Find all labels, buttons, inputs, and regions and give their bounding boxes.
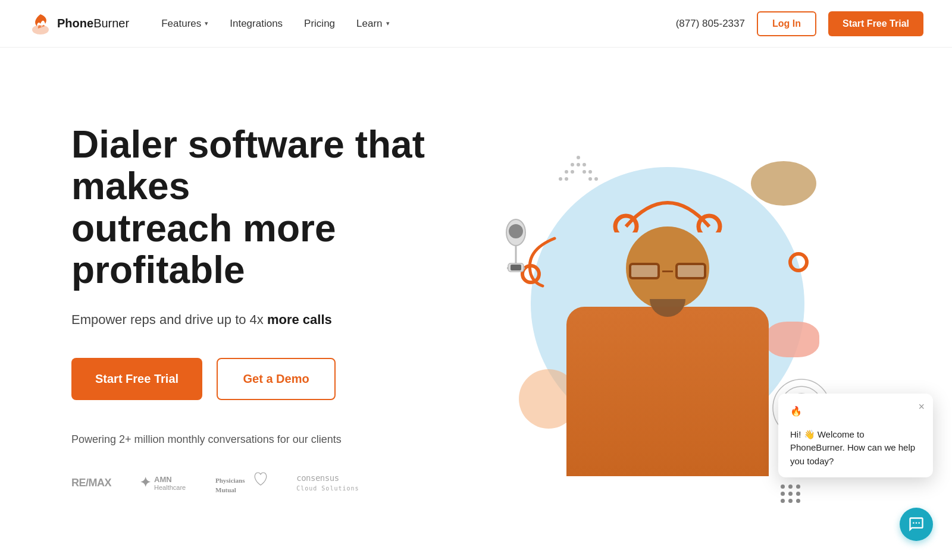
client-consensus: consensus Cloud Solutions xyxy=(296,473,359,492)
login-button[interactable]: Log In xyxy=(757,11,816,36)
svg-point-8 xyxy=(588,170,592,174)
hero-person xyxy=(560,215,775,476)
hero-buttons: Start Free Trial Get a Demo xyxy=(71,358,440,400)
grid-dot xyxy=(788,485,793,489)
svg-point-16 xyxy=(790,254,807,270)
chat-close-button[interactable]: × xyxy=(918,401,925,413)
svg-text:Physicians: Physicians xyxy=(215,477,245,484)
svg-point-23 xyxy=(509,224,523,238)
hero-demo-button[interactable]: Get a Demo xyxy=(217,358,336,400)
nav-links: Features ▾ Integrations Pricing Learn ▾ xyxy=(153,13,397,34)
svg-point-7 xyxy=(583,163,586,166)
logo[interactable]: PhoneBurner xyxy=(29,12,129,36)
amn-symbol: ✦ xyxy=(140,475,151,490)
hero-social-proof: Powering 2+ million monthly conversation… xyxy=(71,433,440,446)
svg-point-10 xyxy=(565,177,568,181)
svg-point-6 xyxy=(577,156,580,159)
dots-grid xyxy=(778,485,933,503)
grid-dot xyxy=(781,485,785,489)
deco-headphone-band xyxy=(608,173,727,232)
nav-right: (877) 805-2337 Log In Start Free Trial xyxy=(676,11,923,36)
grid-dot xyxy=(796,492,800,496)
chat-logo-row: 🔥 xyxy=(790,405,921,422)
svg-point-3 xyxy=(559,177,562,181)
hero-trial-button[interactable]: Start Free Trial xyxy=(71,358,202,400)
svg-rect-27 xyxy=(511,265,521,270)
client-remax: RE/MAX xyxy=(71,477,111,489)
hero-title: Dialer software that makes outreach more… xyxy=(71,124,440,291)
nav-pricing[interactable]: Pricing xyxy=(296,13,343,34)
deco-headphone-right xyxy=(763,232,810,280)
chat-open-button[interactable] xyxy=(900,508,933,541)
nav-integrations[interactable]: Integrations xyxy=(221,13,291,34)
learn-chevron-icon: ▾ xyxy=(386,20,390,27)
nav-features[interactable]: Features ▾ xyxy=(153,13,217,34)
phone-number: (877) 805-2337 xyxy=(676,18,745,30)
svg-point-5 xyxy=(571,163,574,166)
chat-popup: × 🔥 Hi! 👋 Welcome to PhoneBurner. How ca… xyxy=(778,394,933,478)
chat-brand-icon: 🔥 xyxy=(790,405,807,422)
svg-point-13 xyxy=(583,170,586,174)
deco-speech-bubble-brown xyxy=(751,161,816,206)
features-chevron-icon: ▾ xyxy=(205,20,208,27)
chat-message: Hi! 👋 Welcome to PhoneBurner. How can we… xyxy=(790,428,921,468)
navbar: PhoneBurner Features ▾ Integrations Pric… xyxy=(0,0,952,48)
grid-dot xyxy=(796,485,800,489)
grid-dot xyxy=(781,492,785,496)
grid-dot xyxy=(781,499,785,503)
grid-dot xyxy=(788,499,793,503)
svg-point-11 xyxy=(571,170,574,174)
deco-chevron-dots xyxy=(549,143,602,191)
chat-icon xyxy=(908,516,925,533)
client-logos: RE/MAX ✦ AMN Healthcare Physicians Mutua… xyxy=(71,470,440,496)
chat-widget: × 🔥 Hi! 👋 Welcome to PhoneBurner. How ca… xyxy=(778,394,933,542)
hero-subtitle: Empower reps and drive up to 4x more cal… xyxy=(71,310,440,329)
grid-dot xyxy=(788,492,793,496)
nav-trial-button[interactable]: Start Free Trial xyxy=(828,11,923,36)
deco-microphone xyxy=(495,215,537,286)
client-physicians: Physicians Mutual xyxy=(214,470,268,496)
hero-left: Dialer software that makes outreach more… xyxy=(71,124,440,496)
svg-point-12 xyxy=(577,163,580,166)
grid-dot xyxy=(796,499,800,503)
logo-text: PhoneBurner xyxy=(57,17,129,30)
nav-learn[interactable]: Learn ▾ xyxy=(348,13,397,34)
svg-point-4 xyxy=(565,170,568,174)
svg-text:Mutual: Mutual xyxy=(215,486,236,493)
svg-point-9 xyxy=(594,177,598,181)
svg-point-14 xyxy=(588,177,592,181)
client-amn: ✦ AMN Healthcare xyxy=(140,475,186,491)
